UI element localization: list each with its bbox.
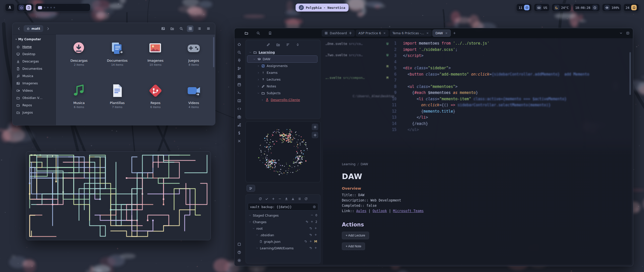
breadcrumb[interactable]: matt xyxy=(24,25,43,32)
sidebar-item-imagenes[interactable]: Imagenes xyxy=(13,80,56,87)
undo-icon[interactable] xyxy=(309,227,312,230)
pin-icon[interactable] xyxy=(349,32,352,35)
sidebar-section-header[interactable]: ▾ My Computer xyxy=(13,37,56,43)
chevron-down-icon[interactable] xyxy=(249,221,251,223)
ribbon-code-icon[interactable] xyxy=(237,107,241,111)
ribbon-home-icon[interactable] xyxy=(237,42,241,46)
new-folder-icon[interactable] xyxy=(169,25,175,32)
git-row-learning-daw-exams[interactable]: Learning/DAW/Exams xyxy=(248,245,318,251)
close-tab-icon[interactable] xyxy=(426,32,429,35)
module-keyboard-layout[interactable]: US xyxy=(534,4,549,12)
tree-item-desarrollo-cliente[interactable]: Desarrollo-Cliente xyxy=(247,96,317,103)
launcher-button[interactable]: Λ xyxy=(5,4,15,12)
ribbon-box-icon[interactable] xyxy=(237,242,241,246)
tab-tema-6-pr-cticas-[interactable]: Tema 6 Prácticas -… xyxy=(389,29,432,37)
menu-icon[interactable] xyxy=(205,25,212,32)
sidebar-tab-files[interactable] xyxy=(245,31,248,35)
workspace-dot[interactable] xyxy=(50,7,52,8)
clear-message-icon[interactable] xyxy=(313,205,316,209)
tree-item-learning[interactable]: Learning xyxy=(247,49,317,56)
collapse-all-icon[interactable] xyxy=(296,43,300,47)
split-pane-icon[interactable] xyxy=(626,31,629,35)
editor-scrollbar[interactable] xyxy=(629,52,631,95)
-add-lecture-button[interactable]: + Add Lecture xyxy=(342,232,369,239)
undo-icon[interactable] xyxy=(304,240,307,244)
workspace-dot[interactable] xyxy=(44,7,45,8)
undo-icon[interactable] xyxy=(309,246,312,250)
breadcrumb-item[interactable]: Learning xyxy=(342,162,355,166)
git-row-root[interactable]: root xyxy=(248,225,318,232)
grid-view-icon[interactable] xyxy=(187,25,193,32)
chevron-down-icon[interactable] xyxy=(256,247,258,249)
note-link-aules[interactable]: Aules xyxy=(356,209,367,213)
plus-icon[interactable] xyxy=(314,246,317,250)
sidebar-tab-bookmarks[interactable] xyxy=(268,31,272,35)
undo-icon[interactable] xyxy=(305,220,308,224)
sidebar-item-obsidian-v-[interactable]: Obsidian V… xyxy=(13,94,56,101)
ribbon-graph-icon[interactable] xyxy=(237,123,241,127)
active-workspace[interactable] xyxy=(38,6,42,9)
folder-videos[interactable]: Videos4 items xyxy=(175,81,213,123)
plus-icon[interactable] xyxy=(309,240,312,244)
ribbon-book-icon[interactable] xyxy=(237,99,241,103)
tab-asp-practice-6[interactable]: ASP Practice 6 xyxy=(355,29,389,37)
chevron-down-icon[interactable] xyxy=(249,51,252,54)
git-upload-icon-4[interactable] xyxy=(285,197,288,200)
folder-plantillas[interactable]: Plantillas7 items xyxy=(98,81,136,123)
workspace-dot[interactable] xyxy=(47,7,49,8)
sidebar-item-descargas[interactable]: Descargas xyxy=(13,58,56,65)
git-section-icon[interactable] xyxy=(247,185,255,192)
power-menu-button[interactable] xyxy=(19,5,24,10)
sidebar-item-home[interactable]: Home xyxy=(13,43,56,50)
sidebar-item-desktop[interactable]: Desktop xyxy=(13,50,56,58)
undo-icon[interactable] xyxy=(309,233,312,237)
git-row-staged-changes[interactable]: Staged Changes0 xyxy=(248,212,318,219)
back-button[interactable] xyxy=(16,26,22,31)
folder-imagenes[interactable]: Imagenes10 items xyxy=(136,39,175,81)
git-check-icon-1[interactable] xyxy=(265,197,268,200)
folder-repos[interactable]: Repos6 items xyxy=(136,81,175,123)
sidebar-item-documentos[interactable]: Documentos xyxy=(13,65,56,72)
tab-list-icon[interactable] xyxy=(619,31,623,35)
git-minus-icon-3[interactable] xyxy=(278,197,281,200)
ribbon-camera-icon[interactable] xyxy=(237,115,241,119)
git-row-graph-json[interactable]: graph.jsonM xyxy=(248,238,318,245)
ribbon-pin-icon[interactable] xyxy=(237,58,241,62)
tab-daw[interactable]: DAW xyxy=(432,29,451,37)
module-window-count[interactable]: 11 xyxy=(516,4,532,12)
git-download-icon-5[interactable] xyxy=(291,197,295,200)
new-note-icon[interactable] xyxy=(266,43,270,47)
minus-icon[interactable] xyxy=(310,214,313,217)
note-link-outlook[interactable]: Outlook xyxy=(373,209,387,213)
chevron-right-icon[interactable] xyxy=(257,85,260,88)
tree-item-lectures[interactable]: Lectures xyxy=(247,76,317,83)
module-volume[interactable]: 100% xyxy=(602,4,621,12)
workspace-dot[interactable] xyxy=(54,7,55,8)
breadcrumb-item[interactable]: DAW xyxy=(361,162,368,166)
tree-item-exams[interactable]: Exams xyxy=(247,69,317,76)
chevron-right-icon[interactable] xyxy=(257,72,260,74)
note-breadcrumb[interactable]: Learning/DAW xyxy=(342,162,538,166)
tree-item-subjects[interactable]: Subjects xyxy=(247,90,317,96)
git-plus-icon-2[interactable] xyxy=(272,197,275,200)
new-folder-icon[interactable] xyxy=(276,43,280,47)
chevron-right-icon[interactable] xyxy=(257,78,260,81)
plus-icon[interactable] xyxy=(314,227,317,230)
new-tab-button[interactable] xyxy=(451,30,458,37)
chevron-down-icon[interactable] xyxy=(253,58,256,60)
git-listicons-icon-6[interactable] xyxy=(298,197,301,200)
ribbon-git-icon[interactable] xyxy=(237,66,241,71)
ribbon-calendar-icon[interactable] xyxy=(237,83,241,87)
module-notifications[interactable]: 24 xyxy=(623,4,639,12)
folder-juegos[interactable]: Juegos8 items xyxy=(175,39,213,81)
folder-descargas[interactable]: Descargas2 items xyxy=(60,39,98,81)
ribbon-cross-icon[interactable] xyxy=(237,139,241,143)
search-icon[interactable] xyxy=(178,25,184,32)
chevron-down-icon[interactable] xyxy=(256,234,258,236)
sidebar-tab-search[interactable] xyxy=(256,31,260,35)
plus-icon[interactable] xyxy=(310,220,313,224)
ribbon-gear-icon[interactable] xyxy=(237,258,241,262)
sidebar-item-musica[interactable]: Musica xyxy=(13,72,56,80)
sort-icon[interactable] xyxy=(286,43,290,47)
chevron-down-icon[interactable] xyxy=(249,214,251,217)
